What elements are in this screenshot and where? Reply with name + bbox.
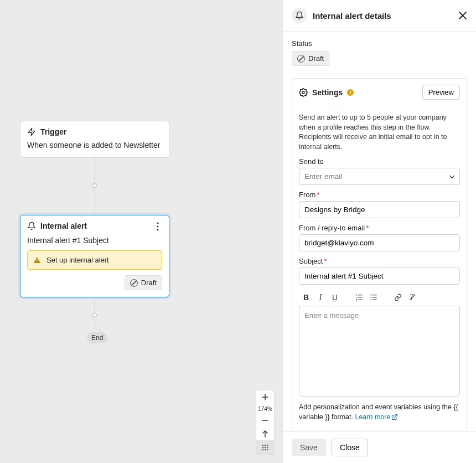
unordered-list-icon[interactable] [368, 291, 380, 303]
warning-icon [33, 256, 41, 264]
settings-card: Settings Preview Send an alert to up to … [292, 78, 467, 430]
zoom-out-button[interactable] [256, 414, 274, 427]
message-input[interactable] [299, 306, 460, 397]
attention-badge-icon [347, 89, 354, 96]
alert-card-title: Internal alert [40, 222, 87, 230]
clear-format-icon[interactable] [406, 291, 418, 303]
panel-title: Internal alert details [313, 11, 453, 20]
preview-button[interactable]: Preview [422, 85, 460, 100]
svg-rect-3 [37, 259, 37, 261]
trigger-description: When someone is added to Newsletter [27, 141, 162, 150]
external-link-icon [391, 414, 398, 420]
close-button[interactable]: Close [332, 439, 368, 456]
learn-more-link[interactable]: Learn more [355, 413, 398, 421]
svg-point-1 [157, 225, 158, 227]
svg-point-6 [265, 445, 266, 446]
personalization-hint: Add personalization and event variables … [299, 403, 460, 422]
setup-alert-text: Set up internal alert [46, 256, 109, 264]
svg-point-18 [370, 295, 371, 296]
panel-header: Internal alert details [283, 0, 476, 32]
svg-point-10 [267, 447, 268, 448]
flow-canvas[interactable]: Trigger When someone is added to Newslet… [0, 0, 282, 463]
panel-body: Status Draft Settings Preview Send an al… [283, 32, 476, 431]
grid-button[interactable] [256, 440, 274, 455]
reply-to-label: From / reply-to email* [299, 224, 460, 232]
link-icon[interactable] [392, 291, 404, 303]
trigger-title: Trigger [40, 127, 66, 136]
svg-point-0 [157, 222, 158, 224]
bell-icon [292, 8, 307, 23]
send-to-label: Send to [299, 157, 460, 166]
settings-title: Settings [312, 88, 343, 97]
lightning-icon [27, 127, 36, 136]
reset-view-button[interactable] [256, 427, 274, 440]
underline-icon[interactable]: U [329, 291, 341, 303]
draft-status-icon [130, 279, 138, 287]
ordered-list-icon[interactable]: 123 [353, 291, 365, 303]
end-node: End [87, 332, 107, 343]
settings-description: Send an alert to up to 5 people at your … [299, 113, 460, 152]
internal-alert-card[interactable]: Internal alert Internal alert #1 Subject… [20, 215, 169, 297]
svg-point-5 [262, 445, 263, 446]
svg-point-9 [265, 447, 266, 448]
connector-node[interactable] [92, 313, 97, 317]
zoom-in-button[interactable] [256, 390, 274, 404]
status-badge: Draft [292, 51, 329, 66]
svg-point-2 [157, 229, 158, 230]
more-icon[interactable] [153, 221, 162, 232]
from-input[interactable] [299, 201, 460, 218]
svg-line-21 [394, 414, 397, 418]
svg-point-7 [267, 445, 268, 446]
svg-point-20 [370, 300, 371, 301]
status-label: Status [292, 39, 467, 48]
details-panel: Internal alert details Status Draft Sett… [282, 0, 476, 463]
send-to-input[interactable] [299, 168, 460, 185]
draft-badge: Draft [125, 275, 162, 290]
bold-icon[interactable]: B [300, 291, 312, 303]
svg-point-13 [267, 449, 268, 450]
reply-to-input[interactable] [299, 234, 460, 251]
subject-input[interactable] [299, 267, 460, 285]
alert-card-subject: Internal alert #1 Subject [27, 236, 162, 245]
svg-point-19 [370, 297, 371, 298]
italic-icon[interactable]: I [314, 291, 327, 303]
status-value: Draft [308, 54, 324, 63]
svg-point-12 [265, 449, 266, 450]
settings-header: Settings Preview [292, 79, 467, 106]
svg-rect-4 [37, 261, 37, 262]
draft-badge-label: Draft [141, 279, 157, 287]
close-icon[interactable] [458, 11, 467, 20]
zoom-level: 174% [258, 404, 272, 414]
gear-icon [299, 88, 308, 97]
trigger-card[interactable]: Trigger When someone is added to Newslet… [20, 121, 169, 158]
from-label: From* [299, 191, 460, 199]
subject-label: Subject* [299, 257, 460, 265]
setup-alert-banner[interactable]: Set up internal alert [27, 250, 162, 270]
zoom-controls: 174% [256, 390, 275, 455]
connector-node[interactable] [92, 183, 97, 188]
editor-toolbar: B I U 123 [299, 289, 460, 306]
svg-point-8 [262, 447, 263, 448]
svg-point-11 [262, 449, 263, 450]
panel-footer: Save Close [283, 431, 476, 463]
save-button[interactable]: Save [292, 439, 326, 456]
bell-icon [27, 222, 36, 230]
svg-point-14 [302, 91, 304, 94]
svg-text:3: 3 [356, 299, 358, 301]
draft-status-icon [297, 55, 305, 63]
